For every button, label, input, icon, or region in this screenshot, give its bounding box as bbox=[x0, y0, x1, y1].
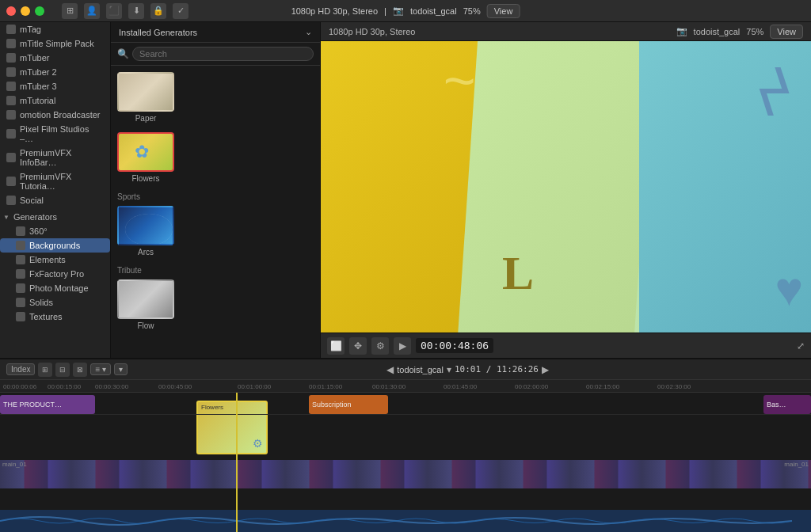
item-icon bbox=[6, 53, 16, 63]
timeline-ruler: 00:00:00:06 00:00:15:00 00:00:30:00 00:0… bbox=[0, 380, 811, 393]
lock-icon[interactable]: 🔒 bbox=[150, 3, 166, 19]
sort-button[interactable]: ≡ ▾ bbox=[90, 363, 111, 375]
sidebar-item-elements[interactable]: Elements bbox=[0, 253, 110, 267]
arcs-label: Arcs bbox=[138, 248, 154, 256]
sidebar-item-mtag[interactable]: mTag bbox=[0, 22, 110, 36]
close-button[interactable] bbox=[6, 6, 16, 16]
resolution-text: 1080p HD 30p, Stereo bbox=[329, 27, 415, 36]
settings-button[interactable]: ⚙ bbox=[371, 337, 389, 355]
sidebar-item-mtuber[interactable]: mTuber bbox=[0, 51, 110, 65]
gen-section-flowers: Flowers bbox=[117, 132, 314, 183]
zoom-label: 75% bbox=[746, 27, 763, 36]
gen-section-sports: Arcs bbox=[117, 206, 314, 256]
triangle-icon: ▼ bbox=[3, 214, 10, 221]
crop-button[interactable]: ⬜ bbox=[327, 337, 345, 355]
search-input[interactable] bbox=[132, 47, 314, 61]
grid-icon[interactable]: ⊞ bbox=[62, 3, 78, 19]
minimize-button[interactable] bbox=[21, 6, 30, 16]
sidebar-item-fxfactory[interactable]: FxFactory Pro bbox=[0, 267, 110, 281]
nav-dropdown[interactable]: ▾ bbox=[447, 364, 451, 375]
window-icon[interactable]: ⬛ bbox=[106, 3, 122, 19]
clip-subscription[interactable]: Subscription bbox=[309, 395, 388, 414]
nav-left[interactable]: ◀ bbox=[386, 364, 394, 375]
clip-bas[interactable]: Bas… bbox=[763, 395, 811, 414]
main-track-label-left: main_01 bbox=[0, 460, 29, 469]
preview-canvas[interactable]: ϟ ♥ ~ L bbox=[321, 41, 811, 332]
timecode-display: 00:00:48:06 bbox=[416, 338, 493, 353]
transform-button[interactable]: ✥ bbox=[349, 337, 367, 355]
clip-btn1[interactable]: ⊞ bbox=[38, 363, 52, 377]
index-button[interactable]: Index bbox=[6, 363, 35, 375]
item-icon bbox=[6, 25, 16, 34]
ruler-mark-2: 00:00:30:00 bbox=[95, 383, 128, 390]
sidebar-item-mtutorial[interactable]: mTutorial bbox=[0, 93, 110, 108]
ruler-mark-6: 00:01:30:00 bbox=[372, 383, 406, 390]
ruler-mark-1: 00:00:15:00 bbox=[48, 383, 81, 390]
gen-item-flowers[interactable]: Flowers bbox=[117, 132, 174, 183]
dropdown-icon[interactable]: ⌄ bbox=[305, 27, 312, 37]
sidebar-label: Backgrounds bbox=[29, 241, 80, 250]
sidebar-item-premiumvfx-tutoria[interactable]: PremiumVFX Tutoria… bbox=[0, 169, 110, 193]
item-icon bbox=[6, 82, 16, 91]
sidebar-label: mTag bbox=[20, 25, 41, 34]
flow-thumb bbox=[117, 279, 174, 319]
nav-right[interactable]: ▶ bbox=[542, 364, 549, 375]
play-button[interactable]: ▶ bbox=[394, 337, 411, 355]
primary-track: THE PRODUCT… Subscription Bas… bbox=[0, 393, 811, 415]
view-button[interactable]: View bbox=[487, 4, 520, 18]
sidebar-item-360[interactable]: 360° bbox=[0, 224, 110, 238]
generator-panel: Installed Generators ⌄ 🔍 Paper bbox=[111, 22, 321, 358]
ruler-mark-8: 00:02:00:00 bbox=[515, 383, 548, 390]
sidebar-item-pixelfilm[interactable]: Pixel Film Studios –… bbox=[0, 122, 110, 146]
resolution-label: 1080p HD 30p, Stereo bbox=[291, 6, 378, 16]
item-icon bbox=[6, 110, 16, 120]
sidebar-item-backgrounds[interactable]: Backgrounds bbox=[0, 238, 110, 253]
timeline: Index ⊞ ⊟ ⊠ ≡ ▾ ▾ ◀ todoist_gcal ▾ 10:01… bbox=[0, 358, 811, 532]
sidebar-label: Photo Montage bbox=[29, 283, 89, 293]
sidebar-item-photo-montage[interactable]: Photo Montage bbox=[0, 281, 110, 295]
view-btn[interactable]: View bbox=[770, 25, 803, 39]
sidebar-label: mTutorial bbox=[20, 96, 55, 105]
gen-section-default: Paper bbox=[117, 72, 314, 123]
item-icon bbox=[6, 96, 16, 105]
gen-item-paper[interactable]: Paper bbox=[117, 72, 174, 123]
sidebar-item-omotion[interactable]: omotion Broadcaster bbox=[0, 108, 110, 122]
sidebar-item-textures[interactable]: Textures bbox=[0, 310, 110, 324]
expand-icon[interactable]: ⤢ bbox=[797, 340, 805, 352]
sidebar-item-mtuber3[interactable]: mTuber 3 bbox=[0, 79, 110, 93]
check-icon[interactable]: ✓ bbox=[173, 3, 188, 19]
preview-panel: 1080p HD 30p, Stereo 📷 todoist_gcal 75% … bbox=[321, 22, 811, 358]
sidebar-label: Elements bbox=[29, 255, 66, 264]
person-icon[interactable]: 👤 bbox=[84, 3, 100, 19]
lightgreen-section bbox=[458, 41, 654, 332]
preview-controls: ⬜ ✥ ⚙ ▶ 00:00:48:06 ⤢ bbox=[321, 332, 811, 358]
generators-label: Generators bbox=[13, 212, 57, 222]
sidebar-item-solids[interactable]: Solids bbox=[0, 295, 110, 310]
sidebar-item-mtuber2[interactable]: mTuber 2 bbox=[0, 65, 110, 79]
ruler-mark-10: 00:02:30:00 bbox=[657, 383, 691, 390]
generators-header[interactable]: ▼ Generators bbox=[0, 207, 110, 224]
maximize-button[interactable] bbox=[35, 6, 44, 16]
download-icon[interactable]: ⬇ bbox=[128, 3, 144, 19]
audio-waveform-track bbox=[0, 510, 811, 532]
ruler-mark-9: 00:02:15:00 bbox=[586, 383, 619, 390]
filter-button[interactable]: ▾ bbox=[114, 363, 128, 375]
sidebar-item-premiumvfx-infobar[interactable]: PremiumVFX InfoBar… bbox=[0, 146, 110, 169]
sidebar-item-mtitle[interactable]: mTitle Simple Pack bbox=[0, 36, 110, 51]
sidebar-label: FxFactory Pro bbox=[29, 269, 84, 279]
clip-product[interactable]: THE PRODUCT… bbox=[0, 395, 95, 414]
item-icon bbox=[6, 67, 16, 77]
yellow-swirl: ~ bbox=[444, 49, 476, 112]
sidebar-label: Solids bbox=[29, 298, 53, 307]
clip-btn3[interactable]: ⊠ bbox=[73, 363, 87, 377]
gen-item-flow[interactable]: Flow bbox=[117, 279, 174, 330]
sidebar-item-social[interactable]: Social bbox=[0, 193, 110, 207]
clip-btn2[interactable]: ⊟ bbox=[55, 363, 70, 377]
ruler-mark-5: 00:01:15:00 bbox=[309, 383, 342, 390]
timeline-tracks: Flowers ⚙ THE PRODUCT… Subscription Bas…… bbox=[0, 393, 811, 532]
sidebar-label: 360° bbox=[29, 226, 48, 236]
swirl-decoration: ϟ bbox=[753, 57, 795, 131]
playhead[interactable] bbox=[236, 393, 238, 532]
gen-item-arcs[interactable]: Arcs bbox=[117, 206, 174, 256]
flow-label: Flow bbox=[137, 321, 154, 330]
